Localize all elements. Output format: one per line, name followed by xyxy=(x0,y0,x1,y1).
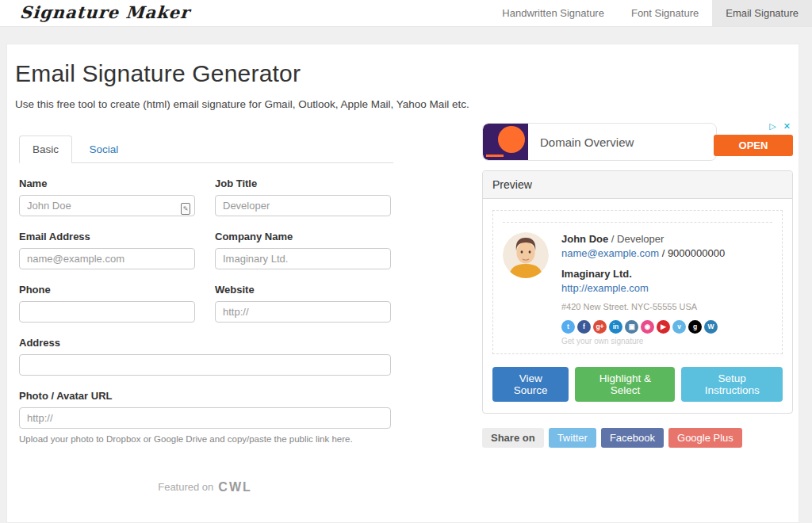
site-logo[interactable]: Signature Maker xyxy=(0,0,190,26)
featured-on: Featured onCWL xyxy=(19,480,391,494)
company-label: Company Name xyxy=(215,231,391,242)
name-input[interactable] xyxy=(19,195,195,216)
preview-title: Preview xyxy=(483,171,792,199)
signature-company: Imaginary Ltd. xyxy=(561,267,725,281)
ad-banner: Domain Overview ▷ ✕ OPEN xyxy=(482,118,793,162)
avatar xyxy=(503,232,549,278)
vimeo-icon[interactable]: v xyxy=(672,320,686,334)
signature-email-link[interactable]: name@example.com xyxy=(561,247,659,259)
ad-headline[interactable]: Domain Overview xyxy=(528,136,634,149)
signature-job: Developer xyxy=(617,233,664,245)
phone-input[interactable] xyxy=(19,301,195,323)
page-title: Email Signature Generator xyxy=(15,60,787,87)
main-nav: Handwritten Signature Font Signature Ema… xyxy=(488,0,812,26)
share-facebook-button[interactable]: Facebook xyxy=(601,428,664,448)
signature-name-line: John Doe / Developer xyxy=(561,232,725,246)
photo-help-text: Upload your photo to Dropbox or Google D… xyxy=(19,434,391,444)
setup-instructions-button[interactable]: Setup Instructions xyxy=(681,367,783,402)
share-row: Share on Twitter Facebook Google Plus xyxy=(482,428,793,448)
ad-link[interactable]: Domain Overview xyxy=(482,123,717,161)
website-label: Website xyxy=(215,284,391,296)
facebook-icon[interactable]: f xyxy=(577,320,591,334)
address-input[interactable] xyxy=(19,354,391,376)
name-label: Name xyxy=(19,178,195,189)
signature-name: John Doe xyxy=(561,233,608,245)
cwl-logo[interactable]: CWL xyxy=(218,480,251,494)
page-subtitle: Use this free tool to create (html) emai… xyxy=(15,98,787,110)
photo-url-input[interactable] xyxy=(19,407,391,429)
job-title-label: Job Title xyxy=(215,178,391,189)
company-input[interactable] xyxy=(215,248,391,269)
nav-email-signature[interactable]: Email Signature xyxy=(712,0,812,26)
signature-tagline: Get your own signature xyxy=(561,336,725,347)
github-icon[interactable]: g xyxy=(688,320,702,334)
signature-phone: 9000000000 xyxy=(668,247,725,259)
job-title-input[interactable] xyxy=(215,195,391,216)
signature-preview-box: John Doe / Developer name@example.com / … xyxy=(492,210,783,354)
top-navbar: Signature Maker Handwritten Signature Fo… xyxy=(0,0,812,27)
tab-basic[interactable]: Basic xyxy=(19,136,72,163)
google-plus-icon[interactable]: g+ xyxy=(593,320,607,334)
email-input[interactable] xyxy=(19,248,195,269)
twitter-icon[interactable]: t xyxy=(561,320,575,334)
view-source-button[interactable]: View Source xyxy=(492,367,569,402)
linkedin-icon[interactable]: in xyxy=(609,320,622,334)
ad-close-icon[interactable]: ✕ xyxy=(783,121,793,131)
dribbble-icon[interactable]: ◉ xyxy=(641,320,654,334)
website-input[interactable] xyxy=(215,301,391,323)
phone-label: Phone xyxy=(19,284,195,296)
instagram-icon[interactable]: ▣ xyxy=(625,320,638,334)
form-tabs: Basic Social xyxy=(19,136,393,163)
highlight-select-button[interactable]: Highlight & Select xyxy=(575,367,675,402)
signature-website-link[interactable]: http://example.com xyxy=(561,282,649,294)
email-label: Email Address xyxy=(19,231,195,242)
preview-panel: Preview xyxy=(482,170,793,414)
photo-url-label: Photo / Avatar URL xyxy=(19,390,391,402)
main-card: Email Signature Generator Use this free … xyxy=(6,44,799,523)
nav-handwritten-signature[interactable]: Handwritten Signature xyxy=(488,0,618,26)
nav-font-signature[interactable]: Font Signature xyxy=(618,0,712,26)
autofill-icon[interactable]: ✎ xyxy=(181,203,190,215)
tab-social[interactable]: Social xyxy=(75,136,132,163)
youtube-icon[interactable]: ▶ xyxy=(657,320,670,334)
address-label: Address xyxy=(19,337,391,349)
share-twitter-button[interactable]: Twitter xyxy=(549,428,596,448)
ad-thumbnail-image xyxy=(483,124,528,160)
signature-social-icons: tfg+in▣◉▶vgW xyxy=(561,320,725,334)
signature-address: #420 New Street. NYC-55555 USA xyxy=(561,301,725,313)
share-google-plus-button[interactable]: Google Plus xyxy=(668,428,742,448)
featured-label: Featured on xyxy=(158,481,213,493)
ad-open-button[interactable]: OPEN xyxy=(714,135,793,156)
wordpress-icon[interactable]: W xyxy=(704,320,718,334)
signature-contact-line: name@example.com / 9000000000 xyxy=(561,246,725,261)
adchoices-icon[interactable]: ▷ xyxy=(769,121,778,131)
share-on-label: Share on xyxy=(482,428,544,448)
